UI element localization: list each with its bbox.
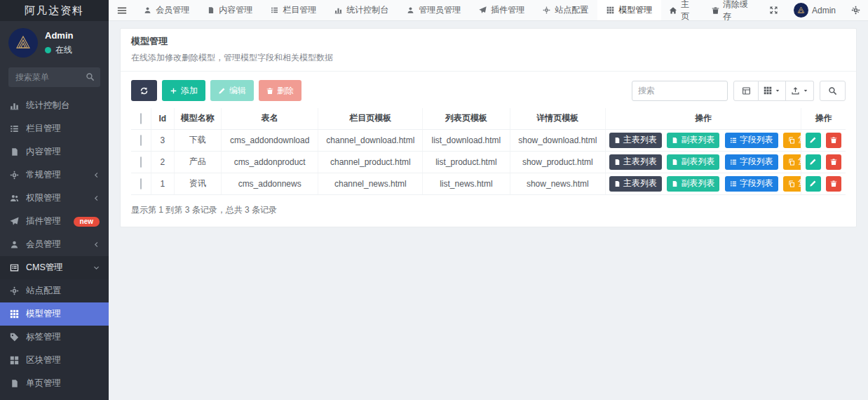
topbar: 会员管理 内容管理 栏目管理 统计控制台 管理员管理 插件管理 <box>109 0 868 21</box>
sidebar-item-cms[interactable]: CMS管理 <box>0 256 109 279</box>
tab-model-management[interactable]: 模型管理 <box>597 0 661 20</box>
topbar-user-name: Admin <box>812 6 836 15</box>
main-table-list-button[interactable]: 主表列表 <box>609 133 662 148</box>
main-table-list-button[interactable]: 主表列表 <box>609 176 662 192</box>
sidebar-item-category[interactable]: 栏目管理 <box>0 117 109 140</box>
add-button[interactable]: 添加 <box>162 80 205 101</box>
table-tools-group <box>733 81 814 101</box>
edit-row-button[interactable] <box>806 133 821 148</box>
gears-icon <box>9 286 20 295</box>
tab-member[interactable]: 会员管理 <box>135 0 198 20</box>
search-submit-button[interactable] <box>820 81 846 101</box>
trash-icon <box>830 158 837 166</box>
cell-show-tpl: show_download.html <box>510 129 606 151</box>
edit-row-button[interactable] <box>806 176 821 192</box>
tab-addon[interactable]: 插件管理 <box>470 0 534 20</box>
sub-table-list-button[interactable]: 副表列表 <box>667 133 719 148</box>
copy-model-button[interactable]: 复制模型 <box>783 133 801 148</box>
tab-dashboard[interactable]: 统计控制台 <box>325 0 398 20</box>
fullscreen-button[interactable] <box>761 0 786 20</box>
chevron-left-icon <box>93 241 100 248</box>
user-panel[interactable]: Admin 在线 <box>0 21 109 62</box>
home-link[interactable]: 主页 <box>661 0 704 20</box>
settings-button[interactable] <box>843 0 868 20</box>
user-icon <box>407 6 414 14</box>
brand-title: 阿凡达资料 <box>0 0 109 21</box>
add-button-label: 添加 <box>181 85 198 97</box>
copy-model-button[interactable]: 复制模型 <box>783 154 801 170</box>
delete-button-label: 删除 <box>277 85 294 97</box>
user-avatar-small <box>794 3 808 18</box>
panel: 模型管理 在线添加修改删除模型，管理模型字段和相关模型数据 添加 <box>120 28 857 227</box>
sidebar-menu: 统计控制台 栏目管理 内容管理 常规管理 权限管理 插 <box>0 94 109 400</box>
sidebar-item-content[interactable]: 内容管理 <box>0 140 109 164</box>
tab-admin[interactable]: 管理员管理 <box>398 0 470 20</box>
sidebar-item-general[interactable]: 常规管理 <box>0 164 109 187</box>
plus-icon <box>170 87 177 95</box>
row-checkbox[interactable] <box>140 178 142 189</box>
row-checkbox[interactable] <box>140 135 142 146</box>
content-area: 模型管理 在线添加修改删除模型，管理模型字段和相关模型数据 添加 <box>109 21 868 400</box>
columns-dropdown-button[interactable] <box>759 81 786 101</box>
table-row: 1 资讯 cms_addonnews channel_news.html lis… <box>131 173 846 194</box>
gears-icon <box>9 171 20 180</box>
pencil-icon <box>809 158 817 166</box>
cell-table: cms_addonproduct <box>221 151 318 173</box>
search-icon <box>828 86 837 95</box>
toggle-search-form-button[interactable] <box>733 81 759 101</box>
cell-channel-tpl: channel_product.html <box>318 151 423 173</box>
field-list-button[interactable]: 字段列表 <box>725 154 778 170</box>
trash-icon <box>830 180 837 187</box>
select-all-checkbox[interactable] <box>140 113 142 124</box>
list-alt-icon <box>9 263 20 272</box>
delete-row-button[interactable] <box>826 133 841 148</box>
delete-button[interactable]: 删除 <box>259 80 301 101</box>
cell-name: 下载 <box>174 129 221 151</box>
sidebar-item-tag-management[interactable]: 标签管理 <box>0 326 109 349</box>
field-list-button[interactable]: 字段列表 <box>725 176 778 192</box>
tab-label: 管理员管理 <box>419 4 461 16</box>
delete-row-button[interactable] <box>826 176 841 192</box>
export-dropdown-button[interactable] <box>786 81 814 101</box>
sub-table-list-button[interactable]: 副表列表 <box>667 176 719 192</box>
sidebar-item-page-management[interactable]: 单页管理 <box>0 372 109 395</box>
edit-row-button[interactable] <box>806 154 821 170</box>
tab-content[interactable]: 内容管理 <box>198 0 262 20</box>
sidebar-item-label: 区块管理 <box>26 354 100 366</box>
pyramid-logo-icon <box>14 34 32 52</box>
sidebar-item-site-config[interactable]: 站点配置 <box>0 279 109 302</box>
hamburger-menu-icon[interactable] <box>109 0 135 20</box>
sidebar-item-model-management[interactable]: 模型管理 <box>0 302 109 326</box>
sidebar-item-dashboard[interactable]: 统计控制台 <box>0 94 109 117</box>
delete-row-button[interactable] <box>826 154 841 170</box>
sidebar-item-addon[interactable]: 插件管理 new <box>0 210 109 233</box>
copy-model-button[interactable]: 复制模型 <box>783 176 801 192</box>
users-icon <box>9 194 20 203</box>
tab-category[interactable]: 栏目管理 <box>262 0 325 20</box>
sub-table-list-button[interactable]: 副表列表 <box>667 154 719 170</box>
caret-down-icon <box>803 88 808 93</box>
sidebar-item-block-management[interactable]: 区块管理 <box>0 349 109 372</box>
edit-button[interactable]: 编辑 <box>210 80 254 101</box>
refresh-button[interactable] <box>131 80 157 101</box>
sidebar-item-auth[interactable]: 权限管理 <box>0 187 109 210</box>
column-header-table: 表名 <box>221 108 318 129</box>
main-table-list-button[interactable]: 主表列表 <box>609 154 662 170</box>
column-header-name: 模型名称 <box>174 108 221 129</box>
page-title: 模型管理 <box>131 35 846 48</box>
clear-cache-link[interactable]: 清除缓存 <box>704 0 761 20</box>
tab-site-config[interactable]: 站点配置 <box>534 0 597 20</box>
sidebar-submenu-cms: 站点配置 模型管理 标签管理 区块管理 单页管理 <box>0 279 109 400</box>
panel-body: 添加 编辑 删除 <box>121 72 856 227</box>
gears-icon <box>543 6 550 14</box>
tab-label: 插件管理 <box>491 4 524 16</box>
tab-label: 模型管理 <box>618 4 652 16</box>
sidebar-item-member[interactable]: 会员管理 <box>0 233 109 256</box>
field-list-button[interactable]: 字段列表 <box>725 133 778 148</box>
table-search-input[interactable] <box>632 81 728 101</box>
sidebar-item-search-log[interactable]: 搜索记录管理 <box>0 395 109 400</box>
file-icon <box>9 147 20 156</box>
cell-table: cms_addondownload <box>221 129 318 151</box>
user-menu[interactable]: Admin <box>786 0 843 20</box>
row-checkbox[interactable] <box>140 156 142 168</box>
